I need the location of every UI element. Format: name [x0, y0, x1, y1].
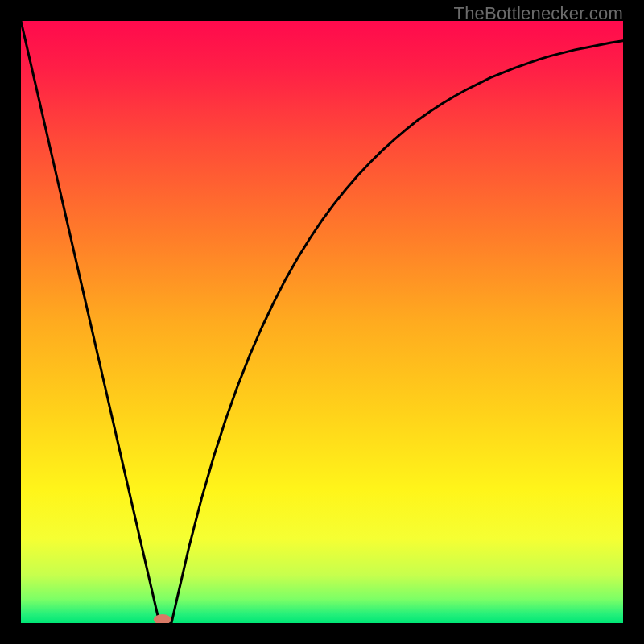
chart-frame — [21, 21, 623, 623]
bottleneck-chart — [21, 21, 623, 623]
chart-background — [21, 21, 623, 623]
